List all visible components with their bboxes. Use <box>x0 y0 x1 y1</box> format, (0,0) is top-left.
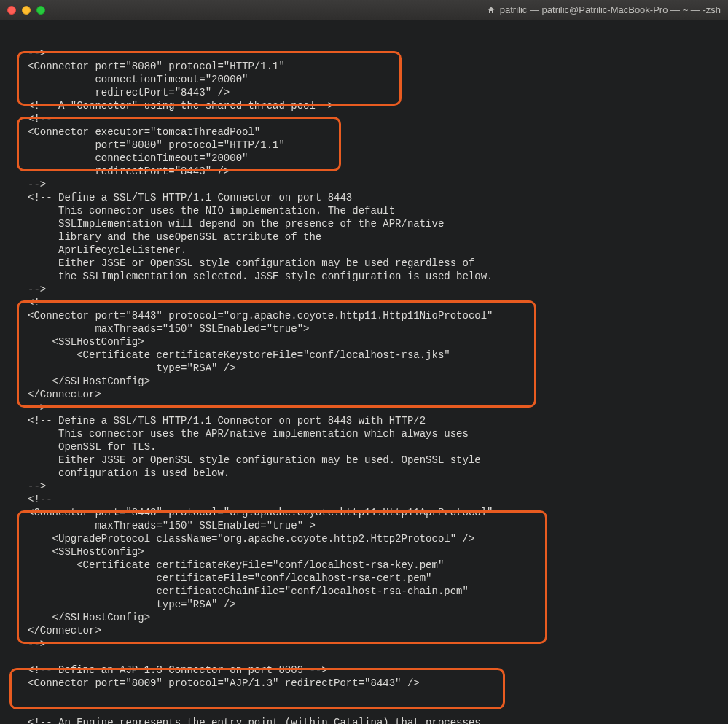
code-line: <Certificate certificateKeyFile="conf/lo… <box>0 558 728 572</box>
titlebar: patrilic — patrilic@Patrilic-MacBook-Pro… <box>0 0 728 20</box>
code-line: <SSLHostConfig> <box>0 545 728 558</box>
terminal-content[interactable]: --><Connector port="8080" protocol="HTTP… <box>0 20 728 724</box>
code-line: connectionTimeout="20000" <box>0 152 728 165</box>
code-line: port="8080" protocol="HTTP/1.1" <box>0 139 728 152</box>
code-line: <!-- Define a SSL/TLS HTTP/1.1 Connector… <box>0 414 728 427</box>
zoom-icon[interactable] <box>36 6 45 15</box>
code-line: </Connector> <box>0 388 728 401</box>
code-line: maxThreads="150" SSLEnabled="true"> <box>0 322 728 335</box>
code-line: SSLImplementation will depend on the pre… <box>0 217 728 230</box>
code-line: AprLifecycleListener. <box>0 244 728 257</box>
window-title: patrilic — patrilic@Patrilic-MacBook-Pro… <box>487 4 721 15</box>
code-line: <!-- <box>0 112 728 125</box>
code-line: <Connector port="8443" protocol="org.apa… <box>0 506 728 519</box>
code-line: </SSLHostConfig> <box>0 375 728 388</box>
code-line: --> <box>0 401 728 414</box>
code-line: <Connector port="8443" protocol="org.apa… <box>0 309 728 322</box>
code-line: <!-- A "Connector" using the shared thre… <box>0 99 728 112</box>
code-line: --> <box>0 47 728 60</box>
code-line <box>0 650 728 663</box>
code-line: connectionTimeout="20000" <box>0 73 728 86</box>
code-line: type="RSA" /> <box>0 598 728 611</box>
code-line: <!-- An Engine represents the entry poin… <box>0 716 728 724</box>
code-line: <Certificate certificateKeystoreFile="co… <box>0 349 728 362</box>
code-line <box>0 690 728 703</box>
code-line: --> <box>0 178 728 191</box>
code-line: This connector uses the NIO implementati… <box>0 204 728 217</box>
code-line: library and the useOpenSSL attribute of … <box>0 230 728 244</box>
code-line: <!-- Define an AJP 1.3 Connector on port… <box>0 663 728 677</box>
code-line: type="RSA" /> <box>0 362 728 375</box>
code-line: </SSLHostConfig> <box>0 611 728 624</box>
code-line: OpenSSL for TLS. <box>0 440 728 454</box>
minimize-icon[interactable] <box>22 6 31 15</box>
code-line: Either JSSE or OpenSSL style configurati… <box>0 257 728 270</box>
code-line <box>0 703 728 716</box>
code-line: <! <box>0 296 728 309</box>
code-line: <Connector port="8009" protocol="AJP/1.3… <box>0 677 728 690</box>
code-line: </Connector> <box>0 624 728 637</box>
code-line: --> <box>0 637 728 650</box>
code-line: <!-- Define a SSL/TLS HTTP/1.1 Connector… <box>0 191 728 204</box>
code-line: <Connector port="8080" protocol="HTTP/1.… <box>0 60 728 73</box>
code-line: Either JSSE or OpenSSL style configurati… <box>0 454 728 467</box>
window-title-text: patrilic — patrilic@Patrilic-MacBook-Pro… <box>500 4 721 15</box>
close-icon[interactable] <box>7 6 16 15</box>
code-line: the SSLImplementation selected. JSSE sty… <box>0 270 728 283</box>
code-line: certificateChainFile="conf/localhost-rsa… <box>0 585 728 598</box>
code-line: redirectPort="8443" /> <box>0 86 728 99</box>
code-line: <UpgradeProtocol className="org.apache.c… <box>0 532 728 545</box>
code-line: --> <box>0 480 728 493</box>
code-line: redirectPort="8443" /> <box>0 165 728 178</box>
code-line: <Connector executor="tomcatThreadPool" <box>0 125 728 139</box>
code-line: configuration is used below. <box>0 467 728 480</box>
code-line: maxThreads="150" SSLEnabled="true" > <box>0 519 728 532</box>
code-line: <SSLHostConfig> <box>0 335 728 349</box>
code-line: <!-- <box>0 493 728 506</box>
code-line: This connector uses the APR/native imple… <box>0 427 728 440</box>
window-controls <box>7 6 45 15</box>
code-line: certificateFile="conf/localhost-rsa-cert… <box>0 572 728 585</box>
home-icon <box>487 6 496 15</box>
code-line: --> <box>0 283 728 296</box>
